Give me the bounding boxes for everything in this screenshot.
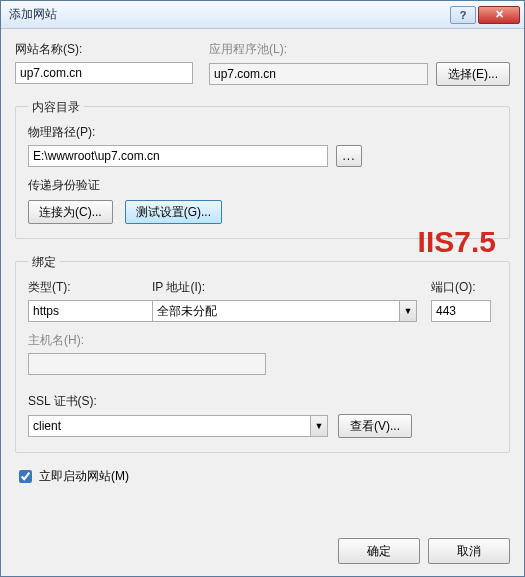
autostart-input[interactable]: [19, 470, 32, 483]
chevron-down-icon: ▼: [310, 415, 328, 437]
content-dir-legend: 内容目录: [28, 99, 84, 116]
browse-path-button[interactable]: ...: [336, 145, 362, 167]
add-website-dialog: 添加网站 ? ✕ 网站名称(S): 应用程序池(L): 选择(E)... 内容目…: [0, 0, 525, 577]
ip-label: IP 地址(I):: [152, 279, 417, 296]
ssl-label: SSL 证书(S):: [28, 393, 497, 410]
cancel-button[interactable]: 取消: [428, 538, 510, 564]
connect-as-button[interactable]: 连接为(C)...: [28, 200, 113, 224]
app-pool-input: [209, 63, 428, 85]
ssl-cert-select[interactable]: ▼: [28, 415, 328, 437]
watermark-text: IIS7.5: [418, 225, 496, 259]
window-title: 添加网站: [9, 6, 448, 23]
physical-path-label: 物理路径(P):: [28, 124, 497, 141]
help-button[interactable]: ?: [450, 6, 476, 24]
passthrough-auth-label: 传递身份验证: [28, 177, 497, 194]
test-settings-button[interactable]: 测试设置(G)...: [125, 200, 222, 224]
physical-path-input[interactable]: [28, 145, 328, 167]
ip-select[interactable]: ▼: [152, 300, 417, 322]
port-input[interactable]: [431, 300, 491, 322]
titlebar: 添加网站 ? ✕: [1, 1, 524, 29]
app-pool-label: 应用程序池(L):: [209, 41, 510, 58]
host-label: 主机名(H):: [28, 332, 497, 349]
type-label: 类型(T):: [28, 279, 138, 296]
autostart-checkbox[interactable]: 立即启动网站(M): [15, 467, 510, 486]
host-input: [28, 353, 266, 375]
close-button[interactable]: ✕: [478, 6, 520, 24]
type-select[interactable]: ▼: [28, 300, 138, 322]
view-cert-button[interactable]: 查看(V)...: [338, 414, 412, 438]
port-label: 端口(O):: [431, 279, 497, 296]
ok-button[interactable]: 确定: [338, 538, 420, 564]
autostart-label: 立即启动网站(M): [39, 468, 129, 485]
select-app-pool-button[interactable]: 选择(E)...: [436, 62, 510, 86]
site-name-input[interactable]: [15, 62, 193, 84]
chevron-down-icon: ▼: [399, 300, 417, 322]
site-name-label: 网站名称(S):: [15, 41, 193, 58]
ellipsis-icon: ...: [342, 149, 355, 163]
binding-legend: 绑定: [28, 254, 60, 271]
